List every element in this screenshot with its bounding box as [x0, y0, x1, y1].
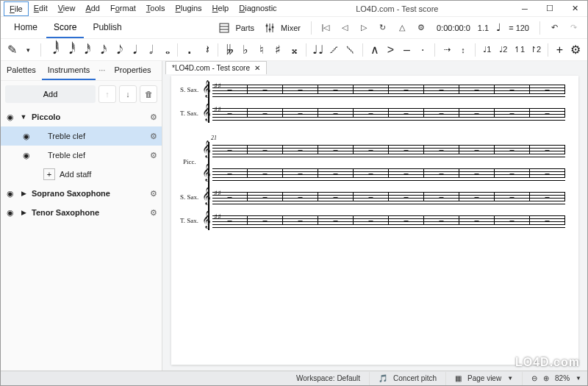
close-tab-icon[interactable]: ✕ [254, 64, 260, 72]
sidebar-tab-palettes[interactable]: Palettes [1, 61, 42, 80]
rest-button[interactable]: 𝄽 [200, 43, 212, 57]
duration-64th[interactable]: 𝅘𝅥𝅲 [47, 43, 59, 57]
redo-button[interactable]: ↷ [565, 20, 581, 36]
dropdown-icon[interactable]: ▼ [576, 375, 581, 382]
voice-4[interactable]: ↾2 [530, 45, 542, 54]
tempo-value[interactable]: = 120 [509, 24, 529, 32]
gear-icon[interactable]: ⚙ [150, 151, 157, 160]
minimize-button[interactable]: ─ [512, 1, 537, 17]
double-flat[interactable]: 𝄫 [224, 43, 236, 57]
flat[interactable]: ♭ [240, 43, 251, 57]
tree-item-treble-2[interactable]: ◉ Treble clef ⚙ [1, 146, 162, 165]
visibility-icon[interactable]: ◉ [21, 151, 32, 160]
menu-diagnostic[interactable]: Diagnostic [234, 1, 282, 16]
zoom-level[interactable]: 82% [555, 374, 570, 382]
visibility-icon[interactable]: ◉ [21, 132, 32, 141]
duration-32nd[interactable]: 𝅘𝅥𝅱 [63, 43, 75, 57]
tie-button[interactable]: ♩♩ [312, 43, 324, 57]
undo-button[interactable]: ↶ [546, 20, 562, 36]
add-staff-button[interactable]: + Add staff [1, 165, 162, 184]
duration-quarter[interactable]: 𝅘𝅥𝅮 [111, 43, 123, 57]
maximize-button[interactable]: ☐ [537, 1, 562, 17]
workspace-label[interactable]: Workspace: Default [296, 374, 360, 382]
gear-icon[interactable]: ⚙ [150, 189, 157, 199]
tree-item-piccolo[interactable]: ◉ ▼ Piccolo ⚙ [1, 107, 162, 126]
voice-3[interactable]: ↿1 [514, 45, 526, 54]
menu-tools[interactable]: Tools [141, 1, 171, 16]
tree-item-treble-1[interactable]: ◉ Treble clef ⚙ [1, 126, 162, 146]
duration-whole[interactable]: 𝅗𝅥 [143, 43, 155, 57]
duration-half[interactable]: 𝅘𝅥 [127, 43, 139, 57]
move-up-button[interactable]: ↑ [98, 85, 116, 103]
voice-1[interactable]: ♩1 [481, 45, 493, 54]
menu-file[interactable]: File [4, 1, 29, 16]
slur-button[interactable]: 𝆱 [329, 43, 340, 57]
mixer-label[interactable]: Mixer [281, 24, 301, 32]
add-instrument-button[interactable]: Add [5, 85, 96, 103]
sidebar-tab-overflow[interactable]: ··· [96, 61, 108, 80]
gear-icon[interactable]: ⚙ [150, 112, 157, 122]
gear-icon[interactable]: ⚙ [150, 132, 157, 141]
flip-button[interactable]: ↕ [457, 46, 469, 54]
duration-breve[interactable]: 𝅝 [159, 43, 171, 57]
expand-icon[interactable]: ▶ [20, 209, 27, 216]
slur2-button[interactable]: 𝆲 [345, 43, 356, 57]
zoom-in-button[interactable]: ⊕ [543, 374, 549, 382]
parts-label[interactable]: Parts [235, 24, 254, 32]
tree-item-tenor[interactable]: ◉ ▶ Tenor Saxophone ⚙ [1, 203, 162, 222]
pencil-icon[interactable]: ✎ [7, 43, 18, 57]
visibility-icon[interactable]: ◉ [5, 189, 15, 199]
tuning-fork-icon[interactable]: 🎵 [379, 374, 387, 382]
marcato[interactable]: ∧ [369, 43, 381, 57]
duration-16th[interactable]: 𝅘𝅥𝅰 [79, 43, 91, 57]
close-button[interactable]: ✕ [562, 1, 587, 17]
zoom-out-button[interactable]: ⊖ [531, 374, 537, 382]
metronome-button[interactable]: △ [394, 20, 410, 36]
input-dropdown-icon[interactable]: ▾ [23, 46, 35, 54]
tuplet-button[interactable]: ⇢ [441, 45, 453, 54]
play-button[interactable]: ▷ [356, 20, 372, 36]
page-view-icon[interactable]: ▦ [455, 374, 462, 382]
menu-plugins[interactable]: Plugins [171, 1, 207, 16]
menu-edit[interactable]: Edit [29, 1, 53, 16]
menu-help[interactable]: Help [207, 1, 234, 16]
visibility-icon[interactable]: ◉ [5, 208, 15, 218]
score-canvas[interactable]: *LO4D.com - Test score ✕ S. Sax. 𝄞 ♯♯ T.… [162, 61, 587, 371]
accent[interactable]: > [385, 43, 397, 57]
sharp[interactable]: ♯ [272, 43, 284, 57]
concert-pitch-toggle[interactable]: Concert pitch [393, 374, 437, 382]
staccato[interactable]: · [417, 43, 429, 57]
tab-publish[interactable]: Publish [85, 18, 129, 38]
tenuto[interactable]: – [401, 43, 412, 57]
natural[interactable]: ♮ [256, 43, 268, 57]
tab-home[interactable]: Home [7, 18, 45, 38]
menu-add[interactable]: Add [80, 1, 105, 16]
double-sharp[interactable]: 𝄪 [288, 43, 300, 57]
gear-icon[interactable]: ⚙ [150, 208, 157, 218]
visibility-icon[interactable]: ◉ [5, 112, 15, 122]
expand-icon[interactable]: ▼ [20, 113, 27, 121]
add-button[interactable]: + [553, 43, 565, 57]
sidebar-tab-properties[interactable]: Properties [108, 61, 157, 80]
tree-item-soprano[interactable]: ◉ ▶ Soprano Saxophone ⚙ [1, 184, 162, 203]
menu-view[interactable]: View [53, 1, 81, 16]
back-button[interactable]: ◁ [337, 20, 353, 36]
playback-settings-icon[interactable]: ⚙ [413, 20, 429, 36]
loop-button[interactable]: ↻ [375, 20, 391, 36]
delete-button[interactable]: 🗑 [140, 85, 157, 103]
mixer-icon[interactable] [262, 20, 278, 36]
page-view-dropdown[interactable]: Page view [467, 374, 501, 382]
parts-icon[interactable] [216, 20, 232, 36]
voice-2[interactable]: ♩2 [498, 45, 509, 54]
dropdown-icon[interactable]: ▼ [507, 375, 513, 382]
menu-format[interactable]: Format [105, 1, 141, 16]
duration-8th[interactable]: 𝅘𝅥𝅯 [95, 43, 107, 57]
move-down-button[interactable]: ↓ [119, 85, 137, 103]
rewind-button[interactable]: |◁ [318, 20, 334, 36]
tab-score[interactable]: Score [46, 18, 84, 38]
toolbar-settings-icon[interactable]: ⚙ [570, 43, 581, 57]
expand-icon[interactable]: ▶ [20, 190, 27, 197]
dot-button[interactable]: . [184, 42, 196, 57]
sidebar-tab-instruments[interactable]: Instruments [42, 61, 96, 80]
document-tab[interactable]: *LO4D.com - Test score ✕ [165, 61, 267, 74]
